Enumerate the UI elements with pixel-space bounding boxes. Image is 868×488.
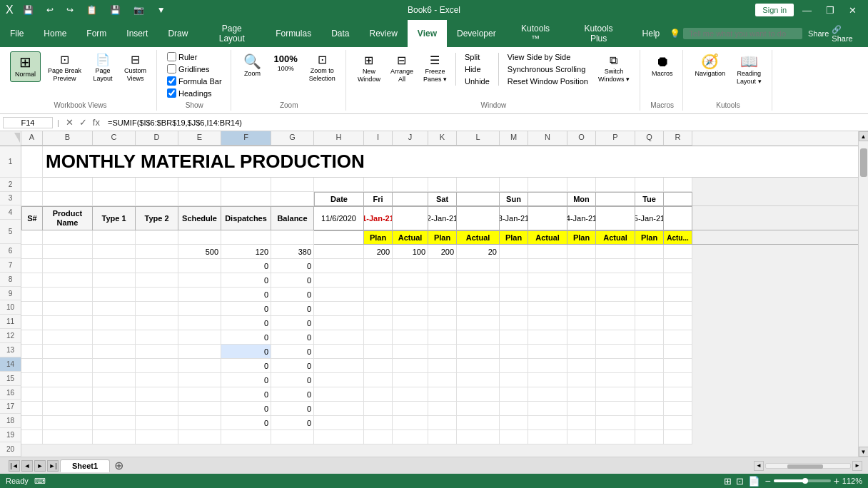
cell-E6[interactable] xyxy=(178,230,221,245)
cell-D14[interactable] xyxy=(136,345,178,359)
cell-L20[interactable] xyxy=(457,430,500,444)
row-header-1[interactable]: 1 xyxy=(0,146,21,178)
cell-J6-actual[interactable]: Actual xyxy=(393,230,428,245)
zoom-100-button[interactable]: 100% 100% xyxy=(270,51,302,76)
cell-A18[interactable] xyxy=(21,402,43,416)
cell-F5-dispatches[interactable]: Dispatches xyxy=(221,206,271,230)
col-header-H[interactable]: H xyxy=(314,131,364,146)
cell-N17[interactable] xyxy=(528,387,567,402)
cell-D13[interactable] xyxy=(136,330,178,345)
cell-F10[interactable]: 0 xyxy=(221,288,271,302)
page-break-button[interactable]: ⊡ Page BreakPreview xyxy=(44,51,86,86)
cell-G9[interactable]: 0 xyxy=(271,273,314,288)
cell-N18[interactable] xyxy=(528,402,567,416)
cell-K6-plan[interactable]: Plan xyxy=(428,230,457,245)
cell-P11[interactable] xyxy=(596,302,635,316)
cell-K15[interactable] xyxy=(428,359,457,373)
cell-G12[interactable]: 0 xyxy=(271,316,314,330)
row-header-9[interactable]: 9 xyxy=(0,287,21,301)
cell-H4[interactable]: Date xyxy=(314,192,364,206)
col-header-E[interactable]: E xyxy=(178,131,221,146)
cell-C8[interactable] xyxy=(93,259,136,273)
cell-I13[interactable] xyxy=(364,330,393,345)
reset-window-button[interactable]: Reset Window Position xyxy=(503,76,592,87)
cell-B11[interactable] xyxy=(43,302,93,316)
cell-R8[interactable] xyxy=(664,259,692,273)
row-header-3[interactable]: 3 xyxy=(0,192,21,206)
headings-checkbox[interactable] xyxy=(167,88,176,98)
row-header-6[interactable]: 6 xyxy=(0,244,21,258)
col-header-K[interactable]: K xyxy=(428,131,457,146)
cell-E8[interactable] xyxy=(178,259,221,273)
tell-me-input[interactable] xyxy=(683,28,802,39)
cell-L5[interactable] xyxy=(457,206,500,230)
minimize-button[interactable]: — xyxy=(797,4,817,17)
col-header-O[interactable]: O xyxy=(567,131,596,146)
cell-M13[interactable] xyxy=(500,330,528,345)
formula-bar-checkbox[interactable] xyxy=(167,76,176,86)
row-header-2[interactable]: 2 xyxy=(0,178,21,192)
cell-F8[interactable]: 0 xyxy=(221,259,271,273)
cell-K19[interactable] xyxy=(428,416,457,430)
cell-J5[interactable] xyxy=(393,206,428,230)
cell-M9[interactable] xyxy=(500,273,528,288)
cell-H8[interactable] xyxy=(314,259,364,273)
cell-I11[interactable] xyxy=(364,302,393,316)
cell-Q6-plan[interactable]: Plan xyxy=(635,230,664,245)
cell-D6[interactable] xyxy=(136,230,178,245)
cell-K10[interactable] xyxy=(428,288,457,302)
cell-M16[interactable] xyxy=(500,373,528,387)
cell-G8[interactable]: 0 xyxy=(271,259,314,273)
cell-H9[interactable] xyxy=(314,273,364,288)
insert-function-icon[interactable]: fx xyxy=(91,117,102,128)
cell-M12[interactable] xyxy=(500,316,528,330)
cell-R10[interactable] xyxy=(664,288,692,302)
row-header-17[interactable]: 17 xyxy=(0,400,21,414)
sheet-scroll-left[interactable]: ◄ xyxy=(21,460,33,472)
cell-M5-3jan[interactable]: 3-Jan-21 xyxy=(500,206,528,230)
cell-O20[interactable] xyxy=(567,430,596,444)
tab-data[interactable]: Data xyxy=(321,20,359,47)
macros-button[interactable]: ⏺ Macros xyxy=(647,51,677,81)
cell-N9[interactable] xyxy=(528,273,567,288)
cell-B17[interactable] xyxy=(43,387,93,402)
cell-I15[interactable] xyxy=(364,359,393,373)
maximize-button[interactable]: ❐ xyxy=(820,4,840,17)
tab-review[interactable]: Review xyxy=(360,20,408,47)
cell-R17[interactable] xyxy=(664,387,692,402)
page-layout-button[interactable]: 📄 PageLayout xyxy=(89,51,117,86)
qat-undo[interactable]: ↩ xyxy=(43,4,57,16)
row-header-11[interactable]: 11 xyxy=(0,315,21,329)
cell-C18[interactable] xyxy=(93,402,136,416)
cell-I6-plan[interactable]: Plan xyxy=(364,230,393,245)
col-header-C[interactable]: C xyxy=(93,131,136,146)
cell-L3[interactable] xyxy=(457,178,500,192)
cell-A13[interactable] xyxy=(21,330,43,345)
cell-O3[interactable] xyxy=(567,178,596,192)
cell-O9[interactable] xyxy=(567,273,596,288)
cell-R15[interactable] xyxy=(664,359,692,373)
cell-O14[interactable] xyxy=(567,345,596,359)
cell-J14[interactable] xyxy=(393,345,428,359)
cell-B4[interactable] xyxy=(43,192,93,206)
col-header-N[interactable]: N xyxy=(528,131,567,146)
hide-button[interactable]: Hide xyxy=(460,63,494,75)
cell-N10[interactable] xyxy=(528,288,567,302)
cell-N5[interactable] xyxy=(528,206,567,230)
cell-J7[interactable]: 100 xyxy=(393,245,428,259)
cell-L14[interactable] xyxy=(457,345,500,359)
cell-C4[interactable] xyxy=(93,192,136,206)
cell-J19[interactable] xyxy=(393,416,428,430)
cell-F15[interactable]: 0 xyxy=(221,359,271,373)
cell-D18[interactable] xyxy=(136,402,178,416)
cell-I5-1jan[interactable]: 1-Jan-21 xyxy=(364,206,393,230)
cell-A1[interactable] xyxy=(21,146,43,178)
tab-developer[interactable]: Developer xyxy=(447,20,506,47)
cell-I12[interactable] xyxy=(364,316,393,330)
cell-C11[interactable] xyxy=(93,302,136,316)
tab-view[interactable]: View xyxy=(408,20,447,47)
sheet-tab-sheet1[interactable]: Sheet1 xyxy=(60,459,110,472)
row-header-4[interactable]: 4 xyxy=(0,205,21,220)
cell-C13[interactable] xyxy=(93,330,136,345)
cell-E12[interactable] xyxy=(178,316,221,330)
